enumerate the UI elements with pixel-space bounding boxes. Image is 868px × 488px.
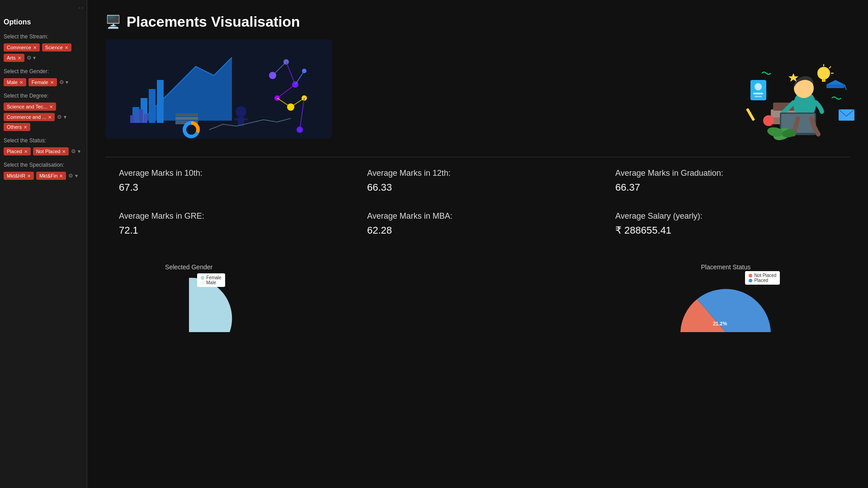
charts-section: Selected Gender Female Male	[105, 263, 850, 338]
stream-tags: Commerce ✕ Science ✕ Arts ✕ ⚙ ▾	[4, 43, 83, 62]
stat-salary-label: Average Salary (yearly):	[615, 211, 836, 221]
stat-salary: Average Salary (yearly): ₹ 288655.41	[602, 202, 850, 245]
tag-commerce-and[interactable]: Commerce and ... ✕	[4, 113, 55, 121]
tag-male[interactable]: Male ✕	[4, 78, 26, 86]
svg-point-57	[763, 115, 774, 126]
female-legend-label: Female	[206, 275, 221, 280]
stat-mba-value: 62.28	[367, 225, 588, 236]
svg-rect-63	[676, 332, 775, 337]
gender-chart-area: Female Male	[105, 275, 272, 338]
gender-tags: Male ✕ Female ✕ ⚙ ▾	[4, 78, 83, 86]
svg-rect-6	[130, 115, 134, 123]
degree-label: Select the Degree:	[4, 93, 48, 99]
top-section	[105, 39, 850, 143]
status-tags: Placed ✕ Not Placed ✕ ⚙ ▾	[4, 147, 83, 155]
svg-rect-4	[149, 89, 156, 123]
female-legend-dot	[201, 276, 204, 280]
stat-10th: Average Marks in 10th: 67.3	[105, 160, 354, 202]
gender-chart-container: Selected Gender Female Male	[105, 263, 272, 338]
gender-pie-wrapper: Female Male	[144, 273, 234, 338]
placement-legend: Not Placed Placed	[745, 271, 780, 285]
divider	[105, 157, 850, 157]
specialisation-gear[interactable]: ⚙ ▾	[68, 173, 77, 179]
male-legend-label: Male	[206, 280, 216, 285]
degree-section: Select the Degree: Science and Tec... ✕ …	[4, 93, 83, 131]
gender-label: Select the Gender:	[4, 68, 49, 75]
hero-visualization	[105, 39, 331, 139]
specialisation-section: Select the Specialisation: Mkt&HR ✕ Mkt&…	[4, 162, 83, 180]
stream-label: Select the Stream:	[4, 33, 48, 40]
specialisation-label: Select the Specialisation:	[4, 162, 64, 168]
specialisation-tags: Mkt&HR ✕ Mkt&Fin ✕ ⚙ ▾	[4, 172, 83, 180]
tag-mktfin[interactable]: Mkt&Fin ✕	[36, 172, 66, 180]
stat-12th: Average Marks in 12th: 66.33	[354, 160, 602, 202]
stat-grad-label: Average Marks in Graduation:	[615, 169, 836, 178]
stats-grid: Average Marks in 10th: 67.3 Average Mark…	[105, 160, 850, 245]
stat-gre: Average Marks in GRE: 72.1	[105, 202, 354, 245]
svg-rect-61	[144, 332, 234, 337]
charts-spacer	[290, 263, 624, 338]
tag-science-tec[interactable]: Science and Tec... ✕	[4, 103, 56, 111]
stat-mba: Average Marks in MBA: 62.28	[354, 202, 602, 245]
status-label: Select the Status:	[4, 137, 46, 144]
placement-pie-wrapper: Not Placed Placed	[676, 271, 775, 338]
stat-10th-label: Average Marks in 10th:	[119, 169, 340, 178]
stat-10th-value: 67.3	[119, 182, 340, 193]
right-spacer	[827, 263, 850, 338]
status-section: Select the Status: Placed ✕ Not Placed ✕…	[4, 137, 83, 155]
svg-rect-51	[826, 84, 844, 88]
degree-tags: Science and Tec... ✕ Commerce and ... ✕ …	[4, 103, 83, 121]
stat-grad-value: 66.37	[615, 182, 836, 193]
placement-chart-container: Placement Status Not Placed Placed	[642, 263, 809, 338]
svg-point-30	[236, 106, 246, 117]
svg-point-46	[817, 67, 830, 80]
placement-chart-title: Placement Status	[642, 263, 809, 271]
status-gear[interactable]: ⚙ ▾	[71, 148, 80, 155]
svg-rect-12	[175, 113, 198, 116]
tag-not-placed[interactable]: Not Placed ✕	[33, 147, 69, 155]
placement-chart-area: Not Placed Placed	[642, 275, 809, 338]
tag-mkthr[interactable]: Mkt&HR ✕	[4, 172, 34, 180]
svg-rect-33	[243, 118, 248, 120]
study-illustration	[723, 39, 850, 143]
tag-others[interactable]: Others ✕	[4, 123, 30, 131]
tag-science[interactable]: Science ✕	[42, 43, 71, 52]
svg-rect-5	[157, 80, 164, 123]
stream-gear[interactable]: ⚙ ▾	[27, 55, 36, 61]
placed-legend-dot	[749, 279, 752, 282]
svg-point-43	[755, 83, 762, 90]
degree-gear[interactable]: ⚙ ▾	[57, 114, 66, 120]
page-header: 🖥️ Placements Visualisation	[105, 14, 850, 30]
stat-12th-value: 66.33	[367, 182, 588, 193]
tag-commerce[interactable]: Commerce ✕	[4, 43, 40, 52]
svg-rect-47	[822, 79, 826, 82]
gender-section: Select the Gender: Male ✕ Female ✕ ⚙ ▾	[4, 68, 83, 86]
not-placed-legend-label: Not Placed	[754, 273, 776, 278]
tag-arts[interactable]: Arts ✕	[4, 54, 24, 62]
stat-gre-value: 72.1	[119, 225, 340, 236]
illustration-area	[345, 39, 850, 143]
svg-rect-7	[135, 112, 138, 123]
stat-graduation: Average Marks in Graduation: 66.37	[602, 160, 850, 202]
sidebar: · · Options Select the Stream: Commerce …	[0, 0, 87, 488]
svg-rect-11	[175, 117, 198, 120]
stat-12th-label: Average Marks in 12th:	[367, 169, 588, 178]
svg-rect-32	[234, 118, 239, 120]
tag-female[interactable]: Female ✕	[28, 78, 57, 86]
gender-chart-title: Selected Gender	[105, 263, 272, 271]
sidebar-title: Options	[4, 18, 83, 26]
stat-salary-value: ₹ 288655.41	[615, 225, 836, 236]
page-icon: 🖥️	[105, 14, 121, 29]
page-title: Placements Visualisation	[127, 14, 300, 30]
gender-legend: Female Male	[197, 273, 225, 287]
tag-placed[interactable]: Placed ✕	[4, 147, 31, 155]
sidebar-dots: · ·	[4, 5, 83, 11]
svg-rect-9	[144, 114, 147, 123]
svg-text:21.2%: 21.2%	[713, 321, 727, 326]
stat-mba-label: Average Marks in MBA:	[367, 211, 588, 221]
gender-gear[interactable]: ⚙ ▾	[59, 79, 68, 85]
svg-rect-45	[755, 96, 762, 97]
degree-tags-2: Others ✕	[4, 123, 83, 131]
not-placed-legend-dot	[749, 274, 752, 277]
svg-rect-8	[139, 109, 143, 123]
